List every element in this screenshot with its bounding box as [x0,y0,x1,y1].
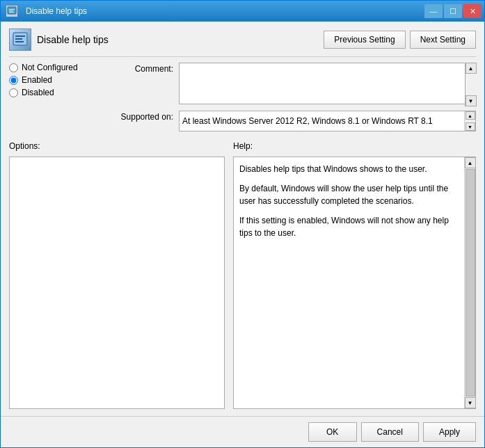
help-panel: Disables help tips that Windows shows to… [233,157,476,409]
svg-rect-5 [15,35,25,37]
disabled-radio[interactable] [9,88,18,97]
svg-rect-6 [15,38,22,40]
ok-button[interactable]: OK [308,422,357,442]
supported-scrollbar: ▲ ▼ [464,111,475,131]
minimize-button[interactable]: — [424,4,443,18]
help-para1: Disables help tips that Windows shows to… [239,163,459,175]
options-label: Options: [9,141,40,151]
disabled-label: Disabled [22,88,54,97]
supported-scroll-down[interactable]: ▼ [466,122,475,131]
comment-row: Comment: ▲ ▼ [111,63,476,106]
maximize-button[interactable]: ☐ [444,4,462,18]
help-para2: By default, Windows will show the user h… [239,182,459,207]
content-area: Disable help tips Previous Setting Next … [1,22,484,416]
options-box [9,157,225,409]
enabled-radio[interactable] [9,76,18,85]
close-button[interactable]: ✕ [463,4,482,18]
svg-rect-3 [9,12,14,13]
supported-value: At least Windows Server 2012 R2, Windows… [180,116,464,126]
help-para3: If this setting is enabled, Windows will… [239,214,459,239]
window-controls: — ☐ ✕ [424,4,482,18]
supported-label: Supported on: [111,111,173,122]
comment-scroll-up[interactable]: ▲ [466,63,477,74]
help-label: Help: [233,141,253,151]
comment-scroll-down[interactable]: ▼ [466,95,477,106]
help-scrollbar: ▲ ▼ [464,157,475,408]
supported-scroll-up[interactable]: ▲ [466,111,475,120]
header-buttons: Previous Setting Next Setting [324,31,476,49]
options-help-row: Disables help tips that Windows shows to… [9,157,476,409]
help-scroll-thumb[interactable] [466,169,475,397]
enabled-radio-item[interactable]: Enabled [9,75,106,85]
window-icon [6,6,17,17]
supported-wrap: At least Windows Server 2012 R2, Windows… [179,111,476,131]
title-bar: Disable help tips — ☐ ✕ [1,1,484,22]
supported-row: Supported on: At least Windows Server 20… [111,111,476,131]
help-box: Disables help tips that Windows shows to… [234,157,464,408]
comment-textarea[interactable] [179,63,476,104]
header-title: Disable help tips [37,34,109,45]
apply-button[interactable]: Apply [423,422,476,442]
options-panel [9,157,225,409]
disabled-radio-item[interactable]: Disabled [9,88,106,97]
next-setting-button[interactable]: Next Setting [410,31,476,49]
previous-setting-button[interactable]: Previous Setting [324,31,405,49]
not-configured-label: Not Configured [22,63,78,72]
bottom-bar: OK Cancel Apply [1,416,484,447]
radio-group: Not Configured Enabled Disabled [9,63,106,97]
sections-labels: Options: Help: [9,141,476,151]
help-box-container: Disables help tips that Windows shows to… [233,157,476,409]
svg-rect-1 [9,9,15,10]
comment-supported-block: Comment: ▲ ▼ Supported on: At least [111,63,476,131]
main-window: Disable help tips — ☐ ✕ Disable help ti [0,0,485,448]
comment-wrap: ▲ ▼ [179,63,476,106]
svg-rect-2 [9,10,13,11]
help-scroll-up[interactable]: ▲ [465,157,476,168]
policy-icon [9,29,31,51]
comment-label: Comment: [111,63,173,74]
enabled-label: Enabled [22,75,52,85]
cancel-button[interactable]: Cancel [361,422,419,442]
top-section: Not Configured Enabled Disabled Comment: [9,63,476,131]
help-scroll-down[interactable]: ▼ [465,397,476,408]
comment-scrollbar: ▲ ▼ [465,63,476,106]
not-configured-radio-item[interactable]: Not Configured [9,63,106,72]
header-left: Disable help tips [9,29,109,51]
not-configured-radio[interactable] [9,63,18,72]
window-title: Disable help tips [26,6,87,16]
header-row: Disable help tips Previous Setting Next … [9,29,476,57]
svg-rect-7 [15,41,24,42]
